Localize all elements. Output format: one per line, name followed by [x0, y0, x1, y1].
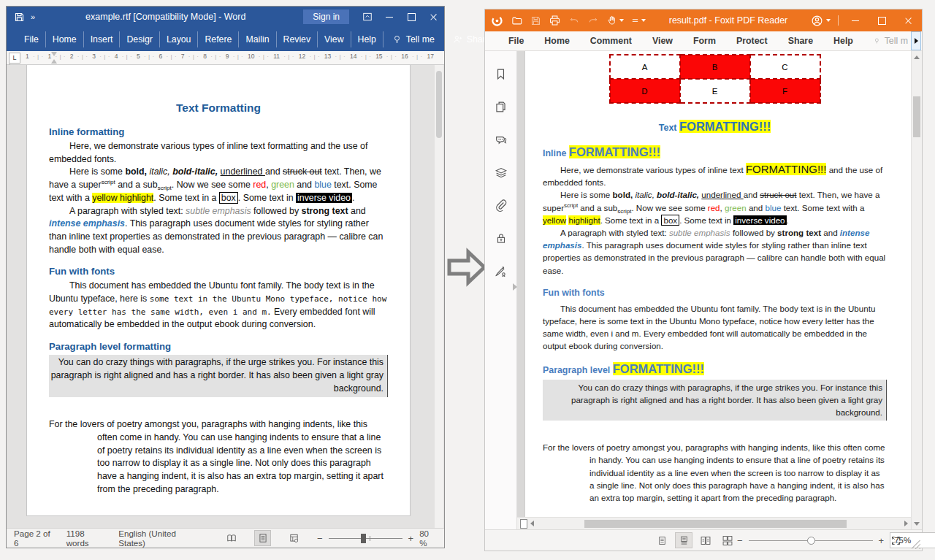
toolbar-expander-button[interactable] — [911, 31, 921, 50]
zoom-in-button[interactable]: + — [879, 535, 885, 546]
window-resize-grip[interactable] — [912, 540, 920, 549]
paragraph: A paragraph with styled text: subtle emp… — [543, 226, 887, 277]
word-page[interactable]: Text Formatting Inline formatting Here, … — [26, 65, 411, 516]
ribbon-display-options-button[interactable] — [356, 7, 378, 27]
account-button[interactable] — [811, 15, 831, 27]
maximize-button[interactable] — [400, 7, 422, 27]
undo-icon[interactable] — [568, 15, 580, 26]
heading-paragraph-level: Paragraph level formatting — [49, 341, 388, 353]
pdf-horizontal-scrollbar[interactable] — [517, 517, 911, 529]
save-icon[interactable] — [14, 12, 25, 23]
sidebar-item-layers[interactable] — [494, 166, 508, 180]
conversion-arrow — [443, 245, 489, 290]
tell-me-box[interactable]: Tell me — [383, 34, 443, 45]
fullscreen-button[interactable] — [890, 535, 901, 546]
zoom-slider[interactable] — [329, 533, 402, 543]
single-page-view-button[interactable] — [653, 532, 671, 548]
menu-home[interactable]: Home — [534, 33, 579, 49]
tab-view[interactable]: View — [318, 31, 351, 47]
facing-view-button[interactable] — [697, 532, 714, 548]
minimize-button[interactable] — [378, 7, 400, 27]
sidebar-item-pages[interactable] — [494, 100, 508, 114]
table-cell-b: B — [680, 55, 750, 79]
tab-selector[interactable]: L — [9, 53, 20, 64]
word-window: » example.rtf [Compatibility Mode] - Wor… — [6, 6, 445, 548]
menu-comment[interactable]: Comment — [580, 33, 642, 49]
horizontal-ruler[interactable]: L 1· | ·1· | ·2· | ·3· | ·4· | ·5· | ·6·… — [7, 51, 444, 65]
word-count[interactable]: 1198 words — [66, 529, 104, 548]
hscroll-thumb[interactable] — [584, 520, 847, 528]
foxit-titlebar: result.pdf - Foxit PDF Reader — [485, 9, 922, 31]
hscroll-track[interactable] — [537, 520, 901, 528]
foxit-tell-me-box[interactable]: Tell m — [863, 36, 911, 46]
language-indicator[interactable]: English (United States) — [118, 529, 194, 548]
tab-review[interactable]: Reviev — [277, 31, 318, 47]
scrollbar-thumb[interactable] — [436, 71, 442, 138]
pdf-heading-paragraph-level: Paragraph level FORMATTING!!! — [543, 361, 887, 377]
pdf-page[interactable]: A B C D E F Text FORMATTING!!! Inline FO… — [524, 51, 911, 517]
paragraph: This document has embedded the Ubuntu fo… — [543, 302, 887, 353]
open-file-icon[interactable] — [511, 15, 523, 26]
close-icon — [430, 13, 438, 21]
menu-view[interactable]: View — [642, 33, 683, 49]
save-icon[interactable] — [530, 15, 541, 26]
zoom-slider-thumb[interactable] — [807, 537, 815, 545]
menu-share[interactable]: Share — [778, 33, 823, 49]
foxit-window-title: result.pdf - Foxit PDF Reader — [653, 15, 804, 26]
sign-in-button[interactable]: Sign in — [303, 9, 349, 24]
scroll-left-arrow-icon[interactable] — [530, 521, 534, 526]
menu-file[interactable]: File — [498, 33, 534, 49]
pdf-vertical-scrollbar[interactable] — [911, 51, 922, 529]
menu-form[interactable]: Form — [683, 33, 726, 49]
zoom-controls: − + 80 % — [317, 529, 437, 548]
menu-help[interactable]: Help — [823, 33, 863, 49]
tab-file[interactable]: File — [17, 31, 46, 47]
web-layout-button[interactable] — [286, 530, 302, 546]
customize-toolbar-button[interactable] — [631, 17, 646, 25]
word-vertical-scrollbar[interactable] — [435, 65, 443, 528]
redo-icon[interactable] — [587, 15, 599, 26]
maximize-button[interactable] — [872, 11, 891, 30]
close-button[interactable] — [898, 11, 917, 30]
tab-help[interactable]: Help — [351, 31, 383, 47]
facing-continuous-view-button[interactable] — [719, 532, 736, 548]
zoom-slider-thumb[interactable] — [361, 534, 366, 543]
continuous-view-button[interactable] — [675, 532, 692, 548]
close-icon — [904, 17, 912, 25]
tab-home[interactable]: Home — [46, 31, 84, 47]
sidebar-item-signatures[interactable] — [494, 264, 508, 278]
tab-insert[interactable]: Insert — [84, 31, 121, 47]
tab-references[interactable]: Refere — [198, 31, 239, 47]
tab-layout[interactable]: Layou — [160, 31, 199, 47]
foxit-window: result.pdf - Foxit PDF Reader File Home … — [484, 9, 923, 551]
scroll-up-arrow-icon[interactable] — [914, 55, 920, 59]
sidebar-item-attachments[interactable] — [494, 199, 508, 212]
minimize-icon — [386, 17, 393, 18]
tab-mailings[interactable]: Mailin — [239, 31, 276, 47]
vscroll-thumb[interactable] — [913, 96, 920, 137]
close-button[interactable] — [422, 7, 444, 27]
foxit-zoom-controls: − + 75% — [737, 532, 935, 548]
pdf-heading-inline: Inline FORMATTING!!! — [543, 145, 887, 161]
minimize-button[interactable] — [846, 11, 865, 30]
zoom-out-button[interactable]: − — [737, 535, 743, 546]
word-ribbon-tabs: File Home Insert Desigr Layou Refere Mai… — [7, 27, 444, 51]
paragraph: This document has embedded the Ubuntu fo… — [49, 280, 388, 331]
tab-design[interactable]: Desigr — [120, 31, 160, 47]
scroll-down-arrow-icon[interactable] — [914, 522, 920, 526]
sidebar-item-bookmarks[interactable] — [494, 67, 508, 81]
zoom-slider[interactable] — [749, 535, 873, 545]
zoom-level[interactable]: 80 % — [419, 529, 437, 548]
hand-tool-button[interactable] — [606, 15, 624, 26]
page-indicator[interactable]: Page 2 of 6 — [14, 529, 52, 548]
sidebar-item-security[interactable] — [495, 231, 508, 245]
sidebar-item-comments[interactable] — [494, 133, 508, 147]
zoom-out-button[interactable]: − — [317, 533, 323, 544]
scroll-right-arrow-icon[interactable] — [904, 521, 908, 526]
doc-title: Text Formatting — [49, 101, 388, 115]
print-icon[interactable] — [549, 15, 561, 26]
menu-protect[interactable]: Protect — [726, 33, 778, 49]
print-layout-button[interactable] — [254, 530, 271, 546]
zoom-in-button[interactable]: + — [408, 533, 414, 544]
read-mode-button[interactable] — [224, 530, 240, 546]
